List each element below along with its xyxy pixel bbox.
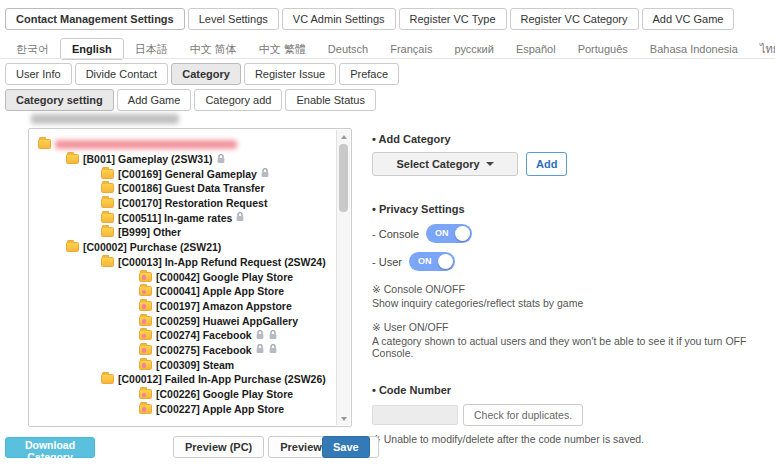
code-number-heading: • Code Number: [372, 384, 768, 396]
folder-icon: [101, 227, 114, 237]
tab-enable-status[interactable]: Enable Status: [285, 89, 376, 111]
tree-item-c00259-huawei-appgallery[interactable]: [C00259] Huawei AppGallery: [29, 313, 337, 328]
redacted-game-label: [31, 114, 179, 124]
tree-item-label: [C00002] Purchase (2SW21): [83, 241, 221, 253]
tree-item-label: [C00309] Steam: [156, 359, 234, 371]
tree-item-c00186-guest-data-transfer[interactable]: [C00186] Guest Data Transfer: [29, 181, 337, 196]
tree-item-c00197-amazon-appstore[interactable]: [C00197] Amazon Appstore: [29, 299, 337, 314]
folder-icon: [139, 404, 152, 414]
tree-item-b001-gameplay-2sw31[interactable]: [B001] Gameplay (2SW31): [29, 152, 337, 167]
add-button[interactable]: Add: [526, 152, 567, 176]
tree-item-c00042-google-play-store[interactable]: [C00042] Google Play Store: [29, 269, 337, 284]
folder-icon: [139, 286, 152, 296]
pink-dot-marker: [142, 348, 147, 353]
toggle-knob: [438, 254, 453, 269]
tab-divide-contact[interactable]: Divide Contact: [75, 63, 169, 85]
scrollbar-thumb[interactable]: [339, 144, 348, 212]
lock-icon: [216, 153, 226, 166]
tree-item-c00012-failed-in-app-purchase-2sw26[interactable]: [C00012] Failed In-App Purchase (2SW26): [29, 372, 337, 387]
folder-icon: [101, 183, 114, 193]
pink-dot-marker: [142, 275, 147, 280]
tab-category-setting[interactable]: Category setting: [5, 89, 114, 111]
tree-item-label: [C00226] Google Play Store: [156, 388, 293, 400]
user-note-title: ※ User ON/OFF: [372, 321, 768, 333]
user-note: A category shown to actual users and the…: [372, 335, 768, 359]
console-toggle[interactable]: ON: [426, 224, 472, 243]
tree-item-label: [C00275] Facebook: [156, 344, 252, 356]
tree-item-c00309-steam[interactable]: [C00309] Steam: [29, 357, 337, 372]
tab-add-vc-game[interactable]: Add VC Game: [642, 8, 735, 30]
tree-item-c00002-purchase-2sw21[interactable]: [C00002] Purchase (2SW21): [29, 240, 337, 255]
tab-level-settings[interactable]: Level Settings: [188, 8, 279, 30]
user-toggle[interactable]: ON: [409, 252, 455, 271]
tab-add-game[interactable]: Add Game: [117, 89, 192, 111]
pink-dot-marker: [142, 290, 147, 295]
select-category-dropdown[interactable]: Select Category: [372, 152, 518, 176]
folder-icon: [139, 360, 152, 370]
pink-dot-marker: [142, 363, 147, 368]
lang-deutsch[interactable]: Deutsch: [317, 39, 379, 59]
arrow-up-icon[interactable]: [337, 130, 350, 143]
category-tree-panel: [B001] Gameplay (2SW31)[C00169] General …: [28, 128, 352, 427]
divider: [0, 58, 775, 59]
tree-item-b999-other[interactable]: [B999] Other: [29, 225, 337, 240]
tab-preface[interactable]: Preface: [339, 63, 399, 85]
lang-bahasa-indonesia[interactable]: Bahasa Indonesia: [639, 39, 749, 59]
folder-icon: [38, 139, 51, 149]
tab-user-info[interactable]: User Info: [5, 63, 72, 85]
preview-pc-button[interactable]: Preview (PC): [173, 436, 264, 458]
tree-item-c00041-apple-app-store[interactable]: [C00041] Apple App Store: [29, 284, 337, 299]
tab-register-vc-type[interactable]: Register VC Type: [399, 8, 507, 30]
folder-icon: [139, 330, 152, 340]
arrow-down-icon[interactable]: [337, 412, 350, 425]
lang-espa-ol[interactable]: Español: [505, 39, 567, 59]
code-number-input[interactable]: [372, 405, 458, 425]
folder-icon: [139, 272, 152, 282]
pink-dot-marker: [142, 319, 147, 324]
lang-english[interactable]: English: [60, 38, 124, 60]
pink-dot-marker: [142, 304, 147, 309]
console-note: Show inquiry categories/reflect stats by…: [372, 297, 768, 309]
folder-icon: [139, 345, 152, 355]
download-category-button[interactable]: Download Category: [5, 437, 95, 458]
category-settings-panel: • Add Category Select Category Add • Pri…: [372, 133, 768, 445]
tree-item-label: [C00170] Restoration Request: [118, 197, 267, 209]
folder-icon: [139, 301, 152, 311]
folder-icon: [66, 242, 79, 252]
user-toggle-label: - User: [372, 256, 402, 268]
category-tree: [B001] Gameplay (2SW31)[C00169] General …: [29, 137, 337, 416]
section-tab-bar: User InfoDivide ContactCategoryRegister …: [5, 63, 399, 85]
folder-icon: [139, 316, 152, 326]
lang-fran-ais[interactable]: Français: [379, 39, 443, 59]
tree-item-c00170-restoration-request[interactable]: [C00170] Restoration Request: [29, 196, 337, 211]
check-duplicates-button[interactable]: Check for duplicates.: [463, 404, 583, 426]
tab-category[interactable]: Category: [171, 63, 241, 85]
tree-item-redacted[interactable]: [29, 137, 337, 152]
tree-item-label: [C00227] Apple App Store: [156, 403, 284, 415]
scrollbar[interactable]: [336, 130, 350, 425]
save-button[interactable]: Save: [322, 436, 370, 458]
tree-item-c00275-facebook[interactable]: [C00275] Facebook: [29, 343, 337, 358]
tab-vc-admin-settings[interactable]: VC Admin Settings: [282, 8, 396, 30]
tab-contact-management-settings[interactable]: Contact Management Settings: [5, 8, 185, 30]
pink-dot-marker: [142, 393, 147, 398]
select-category-label: Select Category: [396, 158, 479, 170]
tree-item-label: [C00013] In-App Refund Request (2SW24): [118, 256, 326, 268]
privacy-settings-heading: • Privacy Settings: [372, 203, 768, 215]
tab-register-vc-category[interactable]: Register VC Category: [510, 8, 639, 30]
tree-item-label: [C00259] Huawei AppGallery: [156, 315, 298, 327]
tree-item-c00013-in-app-refund-request-2sw24[interactable]: [C00013] In-App Refund Request (2SW24): [29, 255, 337, 270]
tree-item-c00226-google-play-store[interactable]: [C00226] Google Play Store: [29, 387, 337, 402]
lang-portugu-s[interactable]: Português: [567, 39, 639, 59]
tree-item-c00274-facebook[interactable]: [C00274] Facebook: [29, 328, 337, 343]
tab-register-issue[interactable]: Register Issue: [244, 63, 336, 85]
main-tab-bar: Contact Management SettingsLevel Setting…: [5, 8, 734, 30]
tree-item-c00169-general-gameplay[interactable]: [C00169] General Gameplay: [29, 166, 337, 181]
caret-down-icon: [486, 162, 494, 166]
lock-icon: [260, 167, 270, 180]
tree-item-c00511-in-game-rates[interactable]: [C00511] In-game rates: [29, 210, 337, 225]
tree-item-c00227-apple-app-store[interactable]: [C00227] Apple App Store: [29, 401, 337, 416]
lang-item[interactable]: русский: [443, 39, 504, 59]
code-number-note: ※ Unable to modify/delete after the code…: [372, 433, 768, 445]
tab-category-add[interactable]: Category add: [194, 89, 282, 111]
